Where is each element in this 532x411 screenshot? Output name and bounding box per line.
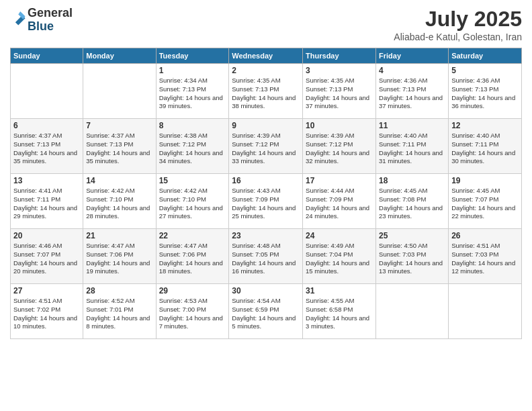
day-number: 21 — [86, 231, 152, 240]
day-info: Sunrise: 4:47 AMSunset: 7:06 PMDaylight:… — [159, 242, 226, 276]
day-info: Sunrise: 4:51 AMSunset: 7:03 PMDaylight:… — [451, 242, 519, 276]
header-tuesday: Tuesday — [156, 48, 229, 64]
calendar-cell — [11, 64, 83, 119]
day-number: 2 — [232, 66, 300, 75]
day-number: 26 — [451, 231, 519, 240]
page: General Blue July 2025 Aliabad-e Katul, … — [0, 0, 532, 411]
day-number: 31 — [306, 286, 373, 295]
day-number: 18 — [379, 176, 445, 185]
day-number: 22 — [159, 231, 226, 240]
day-info: Sunrise: 4:47 AMSunset: 7:06 PMDaylight:… — [86, 242, 152, 276]
day-number: 25 — [379, 231, 445, 240]
day-number: 16 — [232, 176, 300, 185]
calendar-cell: 22 Sunrise: 4:47 AMSunset: 7:06 PMDaylig… — [156, 229, 229, 284]
logo: General Blue — [10, 7, 73, 34]
day-info: Sunrise: 4:39 AMSunset: 7:12 PMDaylight:… — [306, 132, 373, 166]
calendar-cell: 24 Sunrise: 4:49 AMSunset: 7:04 PMDaylig… — [303, 229, 376, 284]
logo-icon — [11, 11, 26, 26]
calendar-cell: 31 Sunrise: 4:55 AMSunset: 6:58 PMDaylig… — [303, 284, 376, 339]
calendar-cell: 29 Sunrise: 4:53 AMSunset: 7:00 PMDaylig… — [156, 284, 229, 339]
calendar-cell: 16 Sunrise: 4:43 AMSunset: 7:09 PMDaylig… — [229, 174, 303, 229]
calendar-cell: 2 Sunrise: 4:35 AMSunset: 7:13 PMDayligh… — [229, 64, 303, 119]
day-number: 20 — [13, 231, 80, 240]
day-info: Sunrise: 4:34 AMSunset: 7:13 PMDaylight:… — [159, 77, 226, 111]
day-info: Sunrise: 4:37 AMSunset: 7:13 PMDaylight:… — [86, 132, 152, 166]
day-info: Sunrise: 4:40 AMSunset: 7:11 PMDaylight:… — [379, 132, 445, 166]
calendar-cell: 10 Sunrise: 4:39 AMSunset: 7:12 PMDaylig… — [303, 119, 376, 174]
calendar-cell: 6 Sunrise: 4:37 AMSunset: 7:13 PMDayligh… — [11, 119, 83, 174]
calendar-week-1: 1 Sunrise: 4:34 AMSunset: 7:13 PMDayligh… — [11, 64, 522, 119]
day-info: Sunrise: 4:36 AMSunset: 7:13 PMDaylight:… — [451, 77, 519, 111]
header-monday: Monday — [83, 48, 156, 64]
day-info: Sunrise: 4:44 AMSunset: 7:09 PMDaylight:… — [306, 187, 373, 221]
calendar-week-4: 20 Sunrise: 4:46 AMSunset: 7:07 PMDaylig… — [11, 229, 522, 284]
logo-general-text: General — [28, 6, 73, 19]
day-number: 11 — [379, 121, 445, 130]
day-number: 15 — [159, 176, 226, 185]
day-number: 28 — [86, 286, 152, 295]
day-number: 5 — [451, 66, 519, 75]
day-info: Sunrise: 4:55 AMSunset: 6:58 PMDaylight:… — [306, 297, 373, 331]
calendar-cell: 23 Sunrise: 4:48 AMSunset: 7:05 PMDaylig… — [229, 229, 303, 284]
calendar-week-2: 6 Sunrise: 4:37 AMSunset: 7:13 PMDayligh… — [11, 119, 522, 174]
calendar-cell — [376, 284, 449, 339]
subtitle: Aliabad-e Katul, Golestan, Iran — [394, 32, 522, 42]
day-number: 13 — [13, 176, 80, 185]
day-info: Sunrise: 4:35 AMSunset: 7:13 PMDaylight:… — [306, 77, 373, 111]
day-number: 6 — [13, 121, 80, 130]
day-number: 7 — [86, 121, 152, 130]
day-info: Sunrise: 4:38 AMSunset: 7:12 PMDaylight:… — [159, 132, 226, 166]
day-number: 17 — [306, 176, 373, 185]
day-info: Sunrise: 4:35 AMSunset: 7:13 PMDaylight:… — [232, 77, 300, 111]
day-number: 14 — [86, 176, 152, 185]
day-number: 27 — [13, 286, 80, 295]
calendar-cell: 12 Sunrise: 4:40 AMSunset: 7:11 PMDaylig… — [449, 119, 522, 174]
day-number: 8 — [159, 121, 226, 130]
day-info: Sunrise: 4:41 AMSunset: 7:11 PMDaylight:… — [13, 187, 80, 221]
calendar-cell — [83, 64, 156, 119]
day-info: Sunrise: 4:45 AMSunset: 7:07 PMDaylight:… — [451, 187, 519, 221]
calendar-cell: 9 Sunrise: 4:39 AMSunset: 7:12 PMDayligh… — [229, 119, 303, 174]
calendar-cell: 7 Sunrise: 4:37 AMSunset: 7:13 PMDayligh… — [83, 119, 156, 174]
day-number: 23 — [232, 231, 300, 240]
logo-blue-text: Blue — [28, 19, 54, 33]
day-info: Sunrise: 4:40 AMSunset: 7:11 PMDaylight:… — [451, 132, 519, 166]
calendar-cell: 17 Sunrise: 4:44 AMSunset: 7:09 PMDaylig… — [303, 174, 376, 229]
calendar-cell: 25 Sunrise: 4:50 AMSunset: 7:03 PMDaylig… — [376, 229, 449, 284]
day-info: Sunrise: 4:53 AMSunset: 7:00 PMDaylight:… — [159, 297, 226, 331]
day-info: Sunrise: 4:37 AMSunset: 7:13 PMDaylight:… — [13, 132, 80, 166]
calendar-table: Sunday Monday Tuesday Wednesday Thursday… — [10, 48, 522, 339]
day-info: Sunrise: 4:36 AMSunset: 7:13 PMDaylight:… — [379, 77, 445, 111]
day-number: 29 — [159, 286, 226, 295]
calendar-cell: 8 Sunrise: 4:38 AMSunset: 7:12 PMDayligh… — [156, 119, 229, 174]
calendar-cell: 1 Sunrise: 4:34 AMSunset: 7:13 PMDayligh… — [156, 64, 229, 119]
header-saturday: Saturday — [449, 48, 522, 64]
calendar-cell: 30 Sunrise: 4:54 AMSunset: 6:59 PMDaylig… — [229, 284, 303, 339]
day-info: Sunrise: 4:42 AMSunset: 7:10 PMDaylight:… — [86, 187, 152, 221]
calendar-cell: 19 Sunrise: 4:45 AMSunset: 7:07 PMDaylig… — [449, 174, 522, 229]
day-number: 19 — [451, 176, 519, 185]
calendar-cell: 4 Sunrise: 4:36 AMSunset: 7:13 PMDayligh… — [376, 64, 449, 119]
day-number: 10 — [306, 121, 373, 130]
day-number: 4 — [379, 66, 445, 75]
header-wednesday: Wednesday — [229, 48, 303, 64]
calendar-cell: 11 Sunrise: 4:40 AMSunset: 7:11 PMDaylig… — [376, 119, 449, 174]
day-number: 12 — [451, 121, 519, 130]
day-info: Sunrise: 4:42 AMSunset: 7:10 PMDaylight:… — [159, 187, 226, 221]
header-friday: Friday — [376, 48, 449, 64]
calendar-cell: 3 Sunrise: 4:35 AMSunset: 7:13 PMDayligh… — [303, 64, 376, 119]
calendar-cell: 28 Sunrise: 4:52 AMSunset: 7:01 PMDaylig… — [83, 284, 156, 339]
header: General Blue July 2025 Aliabad-e Katul, … — [10, 7, 522, 42]
calendar-cell: 20 Sunrise: 4:46 AMSunset: 7:07 PMDaylig… — [11, 229, 83, 284]
calendar-week-5: 27 Sunrise: 4:51 AMSunset: 7:02 PMDaylig… — [11, 284, 522, 339]
day-info: Sunrise: 4:49 AMSunset: 7:04 PMDaylight:… — [306, 242, 373, 276]
day-number: 24 — [306, 231, 373, 240]
day-info: Sunrise: 4:50 AMSunset: 7:03 PMDaylight:… — [379, 242, 445, 276]
title-block: July 2025 Aliabad-e Katul, Golestan, Ira… — [394, 7, 522, 42]
calendar-cell: 15 Sunrise: 4:42 AMSunset: 7:10 PMDaylig… — [156, 174, 229, 229]
day-info: Sunrise: 4:43 AMSunset: 7:09 PMDaylight:… — [232, 187, 300, 221]
calendar-cell: 18 Sunrise: 4:45 AMSunset: 7:08 PMDaylig… — [376, 174, 449, 229]
calendar-cell — [449, 284, 522, 339]
day-info: Sunrise: 4:45 AMSunset: 7:08 PMDaylight:… — [379, 187, 445, 221]
calendar-cell: 21 Sunrise: 4:47 AMSunset: 7:06 PMDaylig… — [83, 229, 156, 284]
